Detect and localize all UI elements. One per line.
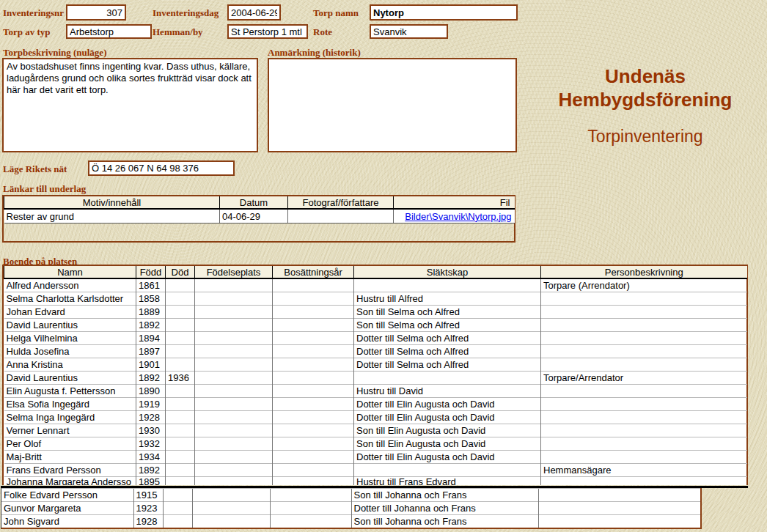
boende-row: Maj-Britt 1934 Dotter till Elin Augusta … <box>4 451 747 464</box>
cell-slaktskap: Dotter till Johanna och Frans <box>351 502 538 515</box>
cell-slaktskap: Son till Selma och Alfred <box>354 319 541 332</box>
cell-bosattningsar <box>273 372 354 385</box>
cell-personbeskrivning <box>541 358 747 372</box>
boende-header-cell: Namn <box>4 266 136 278</box>
cell-personbeskrivning <box>541 424 747 437</box>
cell-fodd: 1889 <box>136 306 166 319</box>
cell-dod <box>163 502 192 515</box>
inventeringsdag-field[interactable] <box>227 4 281 21</box>
cell-namn: David Laurentius <box>4 372 136 385</box>
boende-row: Johanna Margareta Andersso 1895 Hustru t… <box>4 477 747 486</box>
cell-bosattningsar <box>273 345 354 358</box>
cell-fodd: 1919 <box>136 398 166 411</box>
cell-namn: Verner Lennart <box>4 424 136 437</box>
cell-personbeskrivning <box>538 502 700 515</box>
torpbeskrivning-textarea[interactable]: Av bostadshuset finns ingenting kvar. Da… <box>2 58 258 152</box>
cell-dod <box>166 358 195 372</box>
cell-slaktskap: Dotter till Selma och Alfred <box>354 332 541 345</box>
cell-fotograf <box>288 209 394 223</box>
torpnamn-field[interactable] <box>370 4 518 21</box>
hemmanby-label: Hemman/by <box>153 26 203 38</box>
hemmanby-field[interactable] <box>227 24 308 39</box>
boende-row: David Laurentius 1892 1936 Torpare/Arren… <box>4 372 747 385</box>
cell-personbeskrivning <box>541 319 747 332</box>
boende-row: Johan Edvard 1889 Son till Selma och Alf… <box>4 306 747 319</box>
cell-fodelseplats <box>195 292 273 306</box>
cell-bosattningsar <box>270 515 351 528</box>
cell-namn: Selma Charlotta Karlsdotter <box>4 292 136 306</box>
cell-fodd: 1858 <box>136 292 166 306</box>
cell-dod <box>166 306 195 319</box>
cell-slaktskap: Dotter till Selma och Alfred <box>354 345 541 358</box>
cell-dod <box>166 411 195 424</box>
file-link[interactable]: Bilder\Svanvik\Nytorp.jpg <box>405 211 511 222</box>
cell-fodelseplats <box>195 424 273 437</box>
boende-header-cell: Född <box>136 266 166 278</box>
cell-dod <box>166 292 195 306</box>
boende-header-cell: Födelseplats <box>195 266 273 278</box>
boende-row: Verner Lennart 1930 Son till Elin August… <box>4 424 747 437</box>
underlag-table-frame: Motiv/innehållDatumFotograf/författareFi… <box>2 195 515 243</box>
cell-motiv: Rester av grund <box>4 209 220 223</box>
cell-bosattningsar <box>273 358 354 372</box>
boende-row: Selma Inga Ingegärd 1928 Dotter till Eli… <box>4 411 747 424</box>
cell-dod <box>166 332 195 345</box>
cell-fodelseplats <box>195 385 273 398</box>
cell-slaktskap: Dotter till Selma och Alfred <box>354 358 541 372</box>
boende-table-continuation: Folke Edvard Persson 1915 Son till Johan… <box>1 488 700 528</box>
cell-personbeskrivning: Torpare/Arrendator <box>541 372 747 385</box>
lage-field[interactable] <box>88 160 235 176</box>
cell-personbeskrivning <box>541 306 747 319</box>
cell-fodd: 1894 <box>136 332 166 345</box>
cell-fodd: 1915 <box>133 489 163 502</box>
rote-field[interactable] <box>370 24 448 39</box>
cell-fodelseplats <box>195 372 273 385</box>
cell-namn: Elin Augusta f. Pettersson <box>4 385 136 398</box>
cell-fodd: 1928 <box>136 411 166 424</box>
cell-namn: Alfred Andersson <box>4 278 136 292</box>
boende-header-cell: Död <box>166 266 195 278</box>
cell-personbeskrivning <box>541 411 747 424</box>
cell-namn: John Sigvard <box>1 515 133 528</box>
org-title: Undenäs Hembygdsförening <box>546 64 744 111</box>
cell-personbeskrivning <box>538 489 700 502</box>
cell-dod <box>166 451 195 464</box>
boende-table-continuation-frame: Folke Edvard Persson 1915 Son till Johan… <box>1 488 702 529</box>
cell-dod: 1936 <box>166 372 195 385</box>
cell-dod <box>163 489 192 502</box>
cell-fodelseplats <box>195 278 273 292</box>
cell-personbeskrivning <box>541 385 747 398</box>
boende-table-frame: NamnFöddDödFödelseplatsBosättningsårSläk… <box>2 265 748 485</box>
cell-fodd: 1934 <box>136 451 166 464</box>
boende-row: Per Olof 1932 Son till Elin Augusta och … <box>4 437 747 451</box>
cell-namn: Elsa Sofia Ingegärd <box>4 398 136 411</box>
cell-slaktskap: Dotter till Elin Augusta och David <box>354 411 541 424</box>
cell-bosattningsar <box>273 424 354 437</box>
cell-bosattningsar <box>273 306 354 319</box>
cell-dod <box>166 437 195 451</box>
boende-row: Elin Augusta f. Pettersson 1890 Hustru t… <box>4 385 747 398</box>
form-subtitle: Torpinventering <box>546 127 744 147</box>
cell-bosattningsar <box>273 278 354 292</box>
cell-bosattningsar <box>270 502 351 515</box>
cell-personbeskrivning <box>538 515 700 528</box>
boende-row: Anna Kristina 1901 Dotter till Selma och… <box>4 358 747 372</box>
underlag-header-row: Motiv/innehållDatumFotograf/författareFi… <box>4 196 515 209</box>
cell-namn: Gunvor Margareta <box>1 502 133 515</box>
anmarkning-textarea[interactable] <box>268 58 517 152</box>
cell-fodelseplats <box>195 306 273 319</box>
torptyp-field[interactable] <box>66 24 152 39</box>
cell-fodd: 1890 <box>136 385 166 398</box>
cell-fodd: 1897 <box>136 345 166 358</box>
cell-slaktskap <box>354 464 541 477</box>
boende-row: Alfred Andersson 1861 Torpare (Arrendato… <box>4 278 747 292</box>
cell-fodd: 1861 <box>136 278 166 292</box>
cell-bosattningsar <box>273 332 354 345</box>
underlag-header-cell: Fotograf/författare <box>288 196 394 209</box>
cell-dod <box>166 464 195 477</box>
cell-slaktskap: Dotter till Elin Augusta och David <box>354 451 541 464</box>
cell-slaktskap: Hustru till Frans Edvard <box>354 477 541 486</box>
cell-fodelseplats <box>195 398 273 411</box>
inventeringsnr-field[interactable] <box>66 4 126 21</box>
cell-fodd: 1892 <box>136 372 166 385</box>
